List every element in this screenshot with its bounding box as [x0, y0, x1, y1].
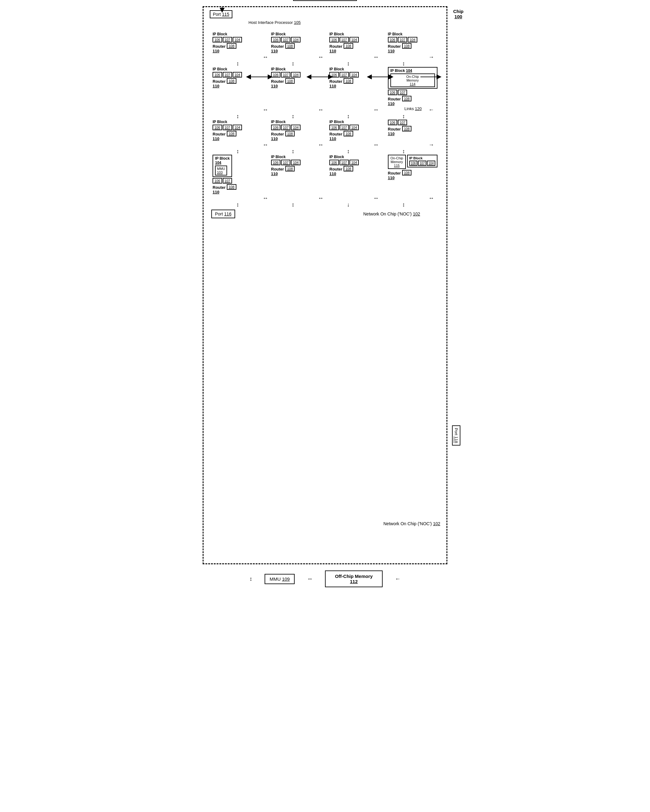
router-r1c4: IP Block 106 107 104 Router 108 110	[388, 32, 437, 53]
host-computer-box: Host Computer 152	[293, 0, 357, 1]
router-r3c1: IP Block 106 107 104 Router 108 110	[213, 120, 262, 141]
num106-r1c1: 106	[213, 37, 222, 43]
num108-r1c1: 108	[227, 43, 236, 49]
router-r1c1: IP Block 106 107 104 Router 108 110	[213, 32, 262, 53]
router-r3c2: IP Block 106 107 104 Router 108 110	[271, 120, 321, 141]
router-r2c2: IP Block 106 107 104 Router 108 110	[271, 67, 321, 106]
noc-label-bottom: Network On Chip ('NOC') 102	[363, 211, 439, 217]
router-r4c3: IP Block 106 107 104 Router 108 110	[329, 155, 379, 194]
router-r2c4: IP Block 104 On-ChipMemory 114 106 107 R…	[388, 67, 437, 106]
port-115-box: Port 115	[210, 10, 232, 18]
router-r1c3: IP Block 106 107 104 Router 108 110	[329, 32, 379, 53]
hip-label: Host Interface Processor 105	[248, 20, 300, 25]
router-r3c3: IP Block 106 107 104 Router 108 110	[329, 120, 379, 141]
router-r1c2: IP Block 106 107 104 Router 108 110	[271, 32, 321, 53]
port-116-box: Port 116	[211, 209, 235, 218]
chip-label: Chip 100	[453, 9, 463, 19]
offchip-memory-box: Off-Chip Memory112	[325, 571, 383, 587]
links-label: Links 120	[404, 106, 422, 111]
router-r2c3: IP Block 106 107 104 Router 108 110	[329, 67, 379, 106]
page: Host Computer 152 Chip 100 Port 115 Host…	[201, 6, 449, 587]
router-r4c1: IP Block 104 MMU 103 106 107 Router 108	[213, 155, 262, 194]
router-r4c2: IP Block 106 107 104 Router 108 110	[271, 155, 321, 194]
port-118-box: Port 118	[452, 425, 460, 446]
router-r2c1: IP Block 106 107 104 Router 108 110	[213, 67, 262, 106]
router-r3c4: 106 107 Router 108 110	[388, 120, 437, 141]
mmu-109-box: MMU 109	[265, 574, 295, 584]
num107-r1c1: 107	[223, 37, 232, 43]
router-r4c4: On-Chip Memory 115 IP Block 106 107 104	[388, 155, 437, 194]
num104-r1c1: 104	[233, 37, 242, 43]
noc-label: Network On Chip ('NOC') 102	[383, 521, 440, 526]
